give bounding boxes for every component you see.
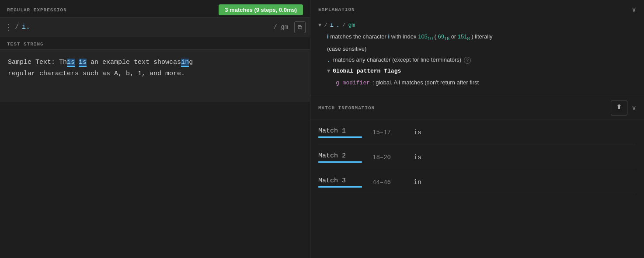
- left-panel: REGULAR EXPRESSION 3 matches (9 steps, 0…: [0, 0, 310, 258]
- match-2-value: is: [414, 154, 421, 161]
- match-1-text: Match 1: [318, 127, 346, 135]
- match-rows: Match 1 15–17 is Match 2 18–20 is Match …: [310, 119, 644, 194]
- exp-toggle[interactable]: ▼: [318, 21, 321, 31]
- text-end-line1: g: [189, 59, 193, 66]
- match-2-text: Match 2: [318, 152, 346, 160]
- match-3-range: 44–46: [372, 179, 403, 186]
- exp-flags-toggle[interactable]: ▼: [327, 67, 330, 77]
- match-3-value: in: [414, 179, 421, 186]
- copy-button[interactable]: ⧉: [294, 21, 306, 33]
- exp-case-text: (case sensitive): [327, 44, 366, 54]
- regex-slash-open: /: [15, 23, 19, 31]
- exp-paren-open: (: [435, 33, 436, 40]
- text-between-matches: [75, 59, 79, 66]
- match-info-controls: ∨: [611, 101, 636, 115]
- exp-g-keyword: g modifier: [336, 78, 370, 88]
- match-row-2: Match 2 18–20 is: [318, 144, 636, 169]
- help-icon[interactable]: ?: [464, 57, 471, 64]
- exp-case-line: (case sensitive): [318, 44, 636, 54]
- match-1-range: 15–17: [372, 129, 403, 136]
- exp-i-char2: i: [388, 33, 390, 40]
- exp-literally: literally: [475, 33, 492, 40]
- exp-i-line: i matches the character i with index 105…: [318, 31, 636, 43]
- exp-pattern-line: ▼ / i. / gm: [318, 20, 636, 31]
- exp-g-modifier-line: g modifier : global. All matches (don't …: [318, 77, 636, 88]
- match-info-chevron[interactable]: ∨: [632, 104, 636, 112]
- match-3-text: Match 3: [318, 177, 346, 185]
- match-highlight-3: in: [181, 59, 189, 67]
- match-label-1: Match 1: [318, 127, 362, 138]
- match-2-underline: [318, 161, 362, 163]
- exp-i-desc: matches the character: [330, 33, 388, 40]
- exp-flags: gm: [348, 20, 355, 30]
- exp-slash-close: /: [342, 20, 346, 30]
- match-1-underline: [318, 136, 362, 138]
- match-highlight-2: is: [79, 59, 87, 67]
- exp-151: 1518: [458, 33, 470, 40]
- match-info-section: MATCH INFORMATION ∨ Match 1 15–17 is: [310, 95, 644, 258]
- match-info-label: MATCH INFORMATION: [318, 105, 375, 111]
- exp-105: 10510: [418, 33, 433, 40]
- regex-input-wrapper: [22, 23, 268, 31]
- share-icon: [616, 104, 623, 111]
- exp-or1: or: [451, 33, 458, 40]
- match-3-underline: [318, 186, 362, 188]
- regex-bar: ⋮ / / gm ⧉: [0, 17, 310, 37]
- test-string-label: TEST STRING: [0, 37, 310, 49]
- exp-69: 6916: [438, 33, 450, 40]
- match-label-2: Match 2: [318, 152, 362, 163]
- explanation-content: ▼ / i. / gm i matches the character i wi…: [310, 17, 644, 95]
- regex-section-label: REGULAR EXPRESSION: [7, 7, 67, 13]
- exp-global-flags-line: ▼ Global pattern flags: [318, 66, 636, 77]
- exp-dot-line: . matches any character (except for line…: [318, 55, 636, 65]
- match-2-range: 18–20: [372, 154, 403, 161]
- matches-badge: 3 matches (9 steps, 0.0ms): [219, 4, 303, 15]
- explanation-header: EXPLANATION ∨: [310, 0, 644, 17]
- exp-i-char: i: [327, 33, 329, 40]
- explanation-section: EXPLANATION ∨ ▼ / i. / gm i matches the …: [310, 0, 644, 95]
- test-line-2: regular characters such as A, b, 1, and …: [8, 68, 302, 80]
- share-button[interactable]: [611, 101, 627, 115]
- exp-g-text: : global. All matches (don't return afte…: [372, 77, 479, 87]
- exp-pattern-i: i: [330, 20, 334, 30]
- match-row-1: Match 1 15–17 is: [318, 119, 636, 144]
- explanation-label: EXPLANATION: [318, 7, 355, 12]
- match-row-3: Match 3 44–46 in: [318, 169, 636, 194]
- test-string-section: TEST STRING Sample Text: This is an exam…: [0, 37, 310, 258]
- match-info-header: MATCH INFORMATION ∨: [310, 95, 644, 119]
- regex-input[interactable]: [22, 23, 268, 31]
- regex-flags: / gm: [270, 24, 292, 31]
- text-before-match1: Sample Text: Th: [8, 59, 67, 66]
- test-line-1: Sample Text: This is an example text sho…: [8, 57, 302, 68]
- regex-top-bar: REGULAR EXPRESSION 3 matches (9 steps, 0…: [0, 0, 310, 17]
- exp-i-text: i matches the character i with index 105…: [327, 31, 493, 43]
- exp-paren-close: ): [471, 33, 473, 40]
- match-1-value: is: [414, 129, 421, 136]
- match-label-3: Match 3: [318, 177, 362, 188]
- exp-global-flags-text: Global pattern flags: [333, 66, 401, 76]
- test-string-area[interactable]: Sample Text: This is an example text sho…: [0, 49, 310, 102]
- text-after-match2: an example text showcas: [87, 59, 181, 66]
- options-icon[interactable]: ⋮: [4, 22, 12, 32]
- right-panel: EXPLANATION ∨ ▼ / i. / gm i matches the …: [310, 0, 644, 258]
- explanation-chevron[interactable]: ∨: [632, 5, 636, 14]
- match-highlight-1: is: [67, 59, 75, 67]
- exp-i-with-index: with index: [391, 33, 418, 40]
- exp-pattern-dot: .: [336, 20, 340, 30]
- exp-slash-open: /: [324, 20, 327, 30]
- exp-dot-desc: matches any character (except for line t…: [333, 55, 461, 65]
- exp-dot-char: .: [327, 55, 331, 65]
